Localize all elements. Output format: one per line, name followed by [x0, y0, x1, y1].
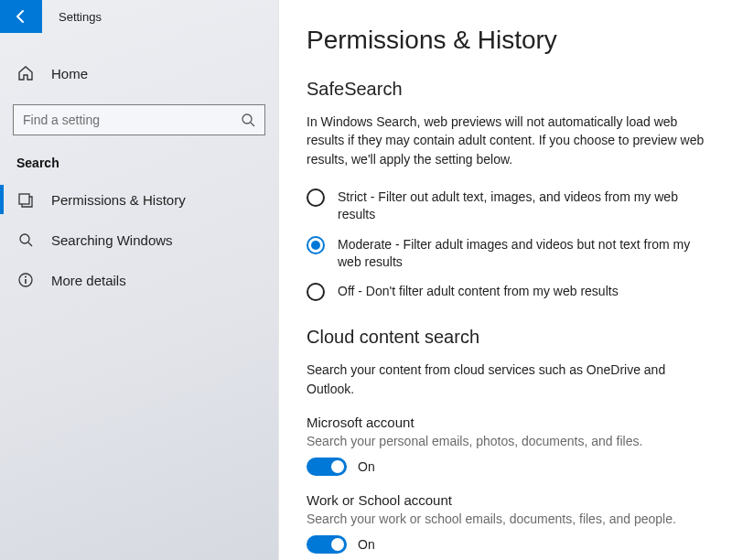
sidebar-item-label: Permissions & History	[51, 192, 186, 208]
safesearch-heading: SafeSearch	[307, 79, 705, 100]
titlebar: Settings	[0, 0, 278, 33]
sidebar-item-label: Searching Windows	[51, 232, 173, 248]
svg-line-4	[28, 242, 32, 246]
sidebar: Settings Home Search Permissions & Histo…	[0, 0, 279, 560]
radio-icon	[307, 236, 325, 254]
search-icon	[241, 113, 255, 127]
home-nav[interactable]: Home	[0, 53, 278, 93]
search-windows-icon	[16, 232, 35, 248]
safesearch-description: In Windows Search, web previews will not…	[307, 113, 705, 168]
svg-point-0	[242, 114, 252, 124]
sidebar-item-permissions-history[interactable]: Permissions & History	[0, 179, 278, 220]
cloud-heading: Cloud content search	[307, 327, 705, 348]
page-title: Permissions & History	[307, 26, 705, 55]
ms-account-desc: Search your personal emails, photos, doc…	[307, 434, 705, 448]
radio-label: Strict - Filter out adult text, images, …	[338, 188, 705, 223]
work-account-toggle[interactable]	[307, 535, 347, 554]
work-account-toggle-row: On	[307, 535, 705, 554]
main-panel: Permissions & History SafeSearch In Wind…	[279, 0, 732, 560]
home-icon	[16, 65, 35, 81]
sidebar-item-more-details[interactable]: More details	[0, 260, 278, 300]
cloud-description: Search your content from cloud services …	[307, 361, 705, 398]
sidebar-section-label: Search	[16, 156, 262, 170]
search-box[interactable]	[13, 104, 265, 135]
radio-icon	[307, 188, 325, 207]
safesearch-option-strict[interactable]: Strict - Filter out adult text, images, …	[307, 188, 705, 223]
search-input[interactable]	[23, 113, 241, 127]
work-account-title: Work or School account	[307, 492, 705, 508]
ms-account-toggle[interactable]	[307, 458, 347, 476]
app-title: Settings	[42, 10, 102, 24]
permissions-icon	[16, 191, 35, 208]
work-account-desc: Search your work or school emails, docum…	[307, 512, 705, 526]
home-label: Home	[51, 66, 88, 81]
safesearch-radio-group: Strict - Filter out adult text, images, …	[307, 188, 705, 302]
ms-account-toggle-row: On	[307, 458, 705, 476]
back-button[interactable]	[0, 0, 42, 33]
sidebar-item-label: More details	[51, 273, 126, 288]
ms-account-toggle-label: On	[358, 459, 375, 474]
svg-point-3	[20, 234, 29, 243]
safesearch-option-moderate[interactable]: Moderate - Filter adult images and video…	[307, 236, 705, 271]
svg-point-7	[25, 276, 27, 278]
radio-icon	[307, 283, 325, 301]
ms-account-title: Microsoft account	[307, 415, 705, 430]
safesearch-option-off[interactable]: Off - Don't filter adult content from my…	[307, 283, 705, 301]
radio-label: Moderate - Filter adult images and video…	[338, 236, 705, 271]
work-account-toggle-label: On	[358, 537, 375, 552]
svg-line-1	[251, 123, 254, 126]
back-arrow-icon	[14, 9, 28, 24]
sidebar-item-searching-windows[interactable]: Searching Windows	[0, 220, 278, 260]
info-icon	[16, 272, 35, 288]
svg-rect-2	[19, 194, 29, 204]
radio-label: Off - Don't filter adult content from my…	[338, 283, 619, 300]
